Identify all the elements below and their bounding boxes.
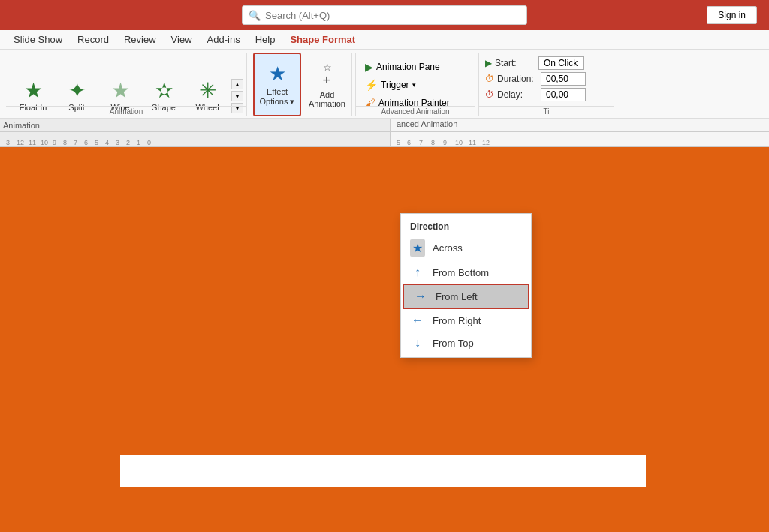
animation-group-label: Animation — [6, 106, 246, 116]
fromtop-icon: ↓ — [410, 336, 425, 350]
advanced-animation-group: ▶ Animation Pane ⚡ Trigger ▾ 🖌 Animation… — [355, 53, 475, 116]
menu-item-view[interactable]: View — [164, 32, 200, 47]
duration-value[interactable]: 00,50 — [541, 72, 586, 86]
advanced-animation-ruler-label: anced Animation — [391, 119, 769, 132]
dropdown-item-frombottom[interactable]: ↑ From Bottom — [401, 261, 531, 284]
dropdown-item-fromtop-label: From Top — [433, 338, 474, 349]
animation-pane-button[interactable]: ▶ Animation Pane — [362, 59, 466, 74]
split-icon: ✦ — [68, 80, 86, 101]
trigger-button[interactable]: ⚡ Trigger ▾ — [362, 77, 466, 92]
duration-icon: ⏱ — [485, 74, 494, 84]
search-box[interactable]: 🔍 — [242, 5, 527, 25]
delay-row: ⏱ Delay: 00,00 — [485, 88, 614, 101]
dropdown-item-across[interactable]: ★ Across — [401, 235, 531, 261]
search-input[interactable] — [265, 10, 520, 21]
search-icon: 🔍 — [249, 10, 261, 21]
duration-row: ⏱ Duration: 00,50 — [485, 72, 614, 86]
left-ruler: 3 12 11 10 9 8 7 6 5 4 3 2 1 0 — [0, 132, 390, 146]
frombottom-icon: ↑ — [410, 266, 425, 279]
timing-group: ▶ Start: On Click ⏱ Duration: 00,50 ⏱ De… — [478, 53, 614, 116]
fromright-icon: ← — [410, 314, 425, 327]
animation-label: Animation — [0, 119, 390, 132]
effect-options-dropdown: Direction ★ Across ↑ From Bottom → From … — [400, 213, 532, 358]
add-animation-label: Add Animation — [309, 90, 345, 108]
start-value[interactable]: On Click — [538, 56, 584, 70]
animation-pane-label: Animation Pane — [376, 62, 440, 72]
menu-item-help[interactable]: Help — [248, 32, 283, 47]
effect-options-button[interactable]: ★ EffectOptions ▾ — [253, 53, 301, 116]
delay-value[interactable]: 00,00 — [541, 88, 586, 101]
dropdown-item-fromright-label: From Right — [433, 315, 481, 326]
fromleft-icon: → — [413, 290, 428, 303]
menu-item-addins[interactable]: Add-ins — [200, 32, 248, 47]
menu-item-slideshow[interactable]: Slide Show — [6, 32, 70, 47]
menu-item-shapeformat[interactable]: Shape Format — [282, 32, 363, 47]
menu-item-review[interactable]: Review — [116, 32, 164, 47]
shape-icon: ✫ — [155, 80, 173, 101]
scroll-down-button[interactable]: ▼ — [231, 91, 243, 101]
effect-options-label: EffectOptions ▾ — [260, 87, 295, 107]
animation-group: ★ Float In ✦ Split ★ Wipe ✫ Shape ✳ Whee… — [6, 53, 247, 116]
scroll-up-button[interactable]: ▲ — [231, 79, 243, 89]
add-animation-button[interactable]: ☆+ Add Animation — [307, 53, 352, 116]
floatin-icon: ★ — [24, 80, 43, 101]
wheel-icon: ✳ — [199, 80, 216, 101]
trigger-dropdown-icon: ▾ — [412, 81, 416, 89]
slide-area: Direction ★ Across ↑ From Bottom → From … — [0, 147, 769, 532]
wipe-icon: ★ — [111, 80, 130, 101]
dropdown-item-fromright[interactable]: ← From Right — [401, 309, 531, 332]
dropdown-item-fromleft-label: From Left — [436, 291, 478, 302]
animation-pane-icon: ▶ — [365, 61, 373, 73]
timing-group-label: Ti — [479, 106, 614, 116]
menu-item-record[interactable]: Record — [70, 32, 116, 47]
dropdown-item-fromtop[interactable]: ↓ From Top — [401, 332, 531, 354]
add-animation-icon: ☆+ — [323, 62, 332, 89]
dropdown-item-across-label: Across — [433, 242, 463, 254]
start-row: ▶ Start: On Click — [485, 56, 614, 70]
dropdown-item-fromleft[interactable]: → From Left — [403, 284, 529, 309]
start-label: Start: — [495, 58, 535, 68]
slide-white-bar — [120, 455, 646, 487]
menu-bar: Slide Show Record Review View Add-ins He… — [0, 30, 769, 50]
dropdown-section-title: Direction — [401, 217, 531, 235]
sign-in-button[interactable]: Sign in — [707, 6, 757, 24]
across-icon: ★ — [410, 239, 425, 257]
effect-options-icon: ★ — [269, 62, 286, 86]
trigger-label: Trigger — [381, 80, 409, 90]
right-ruler: 5 6 7 8 9 10 11 12 — [391, 132, 769, 146]
title-bar: 🔍 Sign in — [0, 0, 769, 30]
delay-icon: ⏱ — [485, 89, 494, 100]
dropdown-item-frombottom-label: From Bottom — [433, 267, 489, 278]
advanced-animation-group-label: Advanced Animation — [356, 106, 475, 116]
ribbon: ★ Float In ✦ Split ★ Wipe ✫ Shape ✳ Whee… — [0, 50, 769, 119]
delay-label: Delay: — [497, 89, 538, 100]
trigger-icon: ⚡ — [365, 79, 378, 91]
start-icon: ▶ — [485, 58, 492, 68]
duration-label: Duration: — [497, 74, 538, 84]
